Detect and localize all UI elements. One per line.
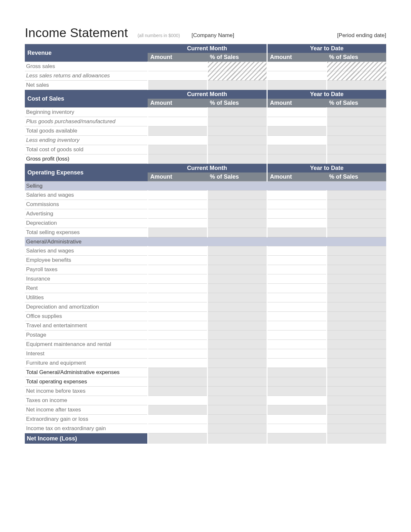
cell-pct-ytd: [327, 368, 386, 377]
section-header-opex: Operating Expenses Current Month Year to…: [25, 164, 386, 173]
cell-amount-ytd[interactable]: [267, 108, 327, 117]
cell-pct-ytd: [327, 302, 386, 312]
row-nibt: Net income before taxes: [25, 387, 386, 396]
cell-amount-current[interactable]: [148, 293, 207, 302]
cell-amount-current[interactable]: [148, 200, 207, 209]
row-label: Depreciation and amortization: [25, 302, 148, 312]
cell-amount-ytd[interactable]: [267, 340, 327, 349]
cell-amount-ytd[interactable]: [267, 71, 327, 81]
cell-amount-ytd[interactable]: [267, 349, 327, 359]
cell-amount-ytd[interactable]: [267, 209, 327, 219]
cell-amount-current[interactable]: [148, 108, 207, 117]
cell-amount-current[interactable]: [148, 312, 207, 321]
cell-pct-ytd: [327, 200, 386, 209]
cell-pct-current: [207, 117, 267, 126]
cell-amount-current[interactable]: [148, 209, 207, 219]
row-travel: Travel and entertainment: [25, 321, 386, 330]
cell-amount-ytd[interactable]: [267, 219, 327, 228]
cell-amount-current[interactable]: [148, 62, 207, 71]
cell-amount-ytd[interactable]: [267, 284, 327, 293]
cell-pct-ytd: [327, 62, 386, 71]
cell-pct-current: [207, 433, 267, 444]
cell-amount-ytd[interactable]: [267, 256, 327, 265]
cell-pct-ytd: [327, 228, 386, 237]
column-group-ytd: Year to Date: [267, 90, 386, 99]
subsection-title: Selling: [25, 182, 386, 191]
row-label: Depreciation: [25, 219, 148, 228]
cell-amount-ytd[interactable]: [267, 246, 327, 256]
cell-amount-current[interactable]: [148, 284, 207, 293]
cell-pct-current: [207, 377, 267, 387]
cell-amount-current[interactable]: [148, 274, 207, 284]
cell-pct-ytd: [327, 405, 386, 415]
cell-amount-current[interactable]: [148, 330, 207, 340]
cell-amount-ytd[interactable]: [267, 424, 327, 433]
column-group-current: Current Month: [148, 164, 267, 173]
cell-amount-ytd[interactable]: [267, 62, 327, 71]
cell-amount-current[interactable]: [148, 424, 207, 433]
row-furniture: Furniture and equipment: [25, 359, 386, 368]
cell-pct-current: [207, 321, 267, 330]
cell-amount-ytd[interactable]: [267, 396, 327, 405]
cell-amount-ytd[interactable]: [267, 274, 327, 284]
cell-amount-ytd[interactable]: [267, 200, 327, 209]
row-label: Total operating expenses: [25, 377, 148, 387]
row-label: Net income before taxes: [25, 387, 148, 396]
cell-amount-current[interactable]: [148, 256, 207, 265]
cell-pct-current: [207, 387, 267, 396]
cell-pct-current: [207, 71, 267, 81]
cell-pct-current: [207, 312, 267, 321]
row-label: Employee benefits: [25, 256, 148, 265]
cell-amount-current[interactable]: [148, 321, 207, 330]
cell-amount-ytd[interactable]: [267, 265, 327, 274]
cell-amount-current[interactable]: [148, 71, 207, 81]
cell-amount-ytd[interactable]: [267, 293, 327, 302]
row-label: Total selling expenses: [25, 228, 148, 237]
cell-amount-current[interactable]: [148, 340, 207, 349]
cell-amount-ytd: [267, 368, 327, 377]
income-statement-table: Revenue Current Month Year to Date Amoun…: [25, 44, 386, 444]
row-advertising: Advertising: [25, 209, 386, 219]
column-pct: % of Sales: [327, 99, 386, 108]
cell-amount-ytd[interactable]: [267, 136, 327, 145]
cell-pct-ytd: [327, 387, 386, 396]
row-gross-profit: Gross profit (loss): [25, 154, 386, 164]
cell-amount-current[interactable]: [148, 246, 207, 256]
cell-amount-ytd[interactable]: [267, 312, 327, 321]
cell-amount-current[interactable]: [148, 219, 207, 228]
cell-amount-current[interactable]: [148, 415, 207, 424]
cell-amount-ytd: [267, 126, 327, 136]
cell-amount-ytd[interactable]: [267, 191, 327, 200]
cell-amount-ytd[interactable]: [267, 302, 327, 312]
cell-amount-current[interactable]: [148, 302, 207, 312]
cell-amount-current[interactable]: [148, 349, 207, 359]
row-plus-goods: Plus goods purchased/manufactured: [25, 117, 386, 126]
page-title: Income Statement: [25, 26, 128, 40]
cell-amount-ytd[interactable]: [267, 117, 327, 126]
row-label: Salaries and wages: [25, 246, 148, 256]
cell-amount-ytd[interactable]: [267, 321, 327, 330]
cell-amount-ytd: [267, 377, 327, 387]
section-title: Revenue: [25, 44, 148, 62]
cell-amount-current[interactable]: [148, 136, 207, 145]
cell-amount-current[interactable]: [148, 117, 207, 126]
cell-amount-current[interactable]: [148, 359, 207, 368]
column-pct: % of Sales: [207, 53, 267, 62]
column-amount: Amount: [267, 53, 327, 62]
cell-pct-ytd: [327, 256, 386, 265]
cell-amount-current[interactable]: [148, 191, 207, 200]
cell-pct-current: [207, 108, 267, 117]
row-label: Office supplies: [25, 312, 148, 321]
cell-amount-ytd[interactable]: [267, 330, 327, 340]
cell-amount-current[interactable]: [148, 265, 207, 274]
cell-pct-ytd: [327, 340, 386, 349]
row-label: Advertising: [25, 209, 148, 219]
cell-amount-ytd[interactable]: [267, 415, 327, 424]
row-insurance: Insurance: [25, 274, 386, 284]
cell-pct-ytd: [327, 424, 386, 433]
cell-pct-current: [207, 274, 267, 284]
cell-amount-current[interactable]: [148, 396, 207, 405]
cell-amount-ytd[interactable]: [267, 359, 327, 368]
row-extraordinary: Extraordinary gain or loss: [25, 415, 386, 424]
row-label: Utilities: [25, 293, 148, 302]
